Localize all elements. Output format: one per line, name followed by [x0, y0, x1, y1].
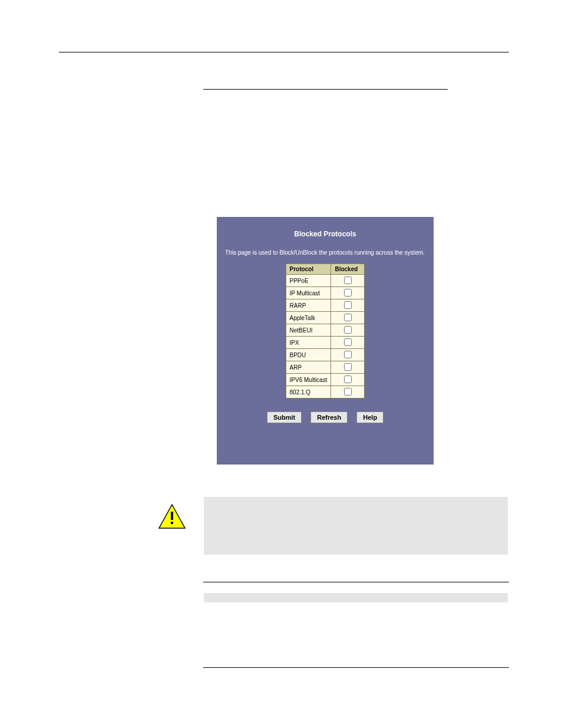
panel-title: Blocked Protocols	[217, 217, 434, 238]
table-row: 802.1.Q	[286, 386, 365, 398]
table-row: NetBEUI	[286, 324, 365, 337]
table-row: AppleTalk	[286, 312, 365, 324]
refresh-button[interactable]: Refresh	[310, 411, 348, 423]
table-row: BPDU	[286, 349, 365, 361]
blocked-protocols-panel: Blocked Protocols This page is used to B…	[217, 217, 434, 465]
info-box-lower	[204, 593, 508, 602]
protocol-table: Protocol Blocked PPPoE IP Multicast RARP…	[286, 263, 365, 398]
blocked-checkbox-rarp[interactable]	[344, 301, 352, 309]
blocked-checkbox-8021q[interactable]	[344, 388, 352, 396]
protocol-name: IPV6 Multicast	[286, 374, 331, 386]
table-row: ARP	[286, 361, 365, 374]
protocol-name: AppleTalk	[286, 312, 331, 324]
col-protocol: Protocol	[286, 264, 331, 275]
help-button[interactable]: Help	[356, 411, 384, 423]
blocked-checkbox-pppoe[interactable]	[344, 276, 352, 284]
blocked-checkbox-arp[interactable]	[344, 363, 352, 371]
protocol-name: IPX	[286, 337, 331, 349]
blocked-checkbox-appletalk[interactable]	[344, 314, 352, 321]
horizontal-rule-mid	[203, 582, 509, 582]
protocol-name: NetBEUI	[286, 324, 331, 337]
svg-rect-1	[171, 512, 173, 520]
panel-description: This page is used to Block/UnBlock the p…	[217, 238, 434, 256]
blocked-checkbox-ipx[interactable]	[344, 338, 352, 346]
table-row: RARP	[286, 299, 365, 312]
table-row: IP Multicast	[286, 287, 365, 299]
button-row: Submit Refresh Help	[217, 411, 434, 423]
horizontal-rule-top	[59, 52, 509, 52]
protocol-name: RARP	[286, 299, 331, 312]
info-box-upper	[204, 497, 508, 555]
blocked-checkbox-ipmulticast[interactable]	[344, 289, 352, 297]
protocol-name: ARP	[286, 361, 331, 374]
protocol-name: 802.1.Q	[286, 386, 331, 398]
horizontal-rule-upper	[203, 89, 448, 90]
protocol-name: BPDU	[286, 349, 331, 361]
submit-button[interactable]: Submit	[267, 411, 302, 423]
table-row: IPV6 Multicast	[286, 374, 365, 386]
blocked-checkbox-bpdu[interactable]	[344, 351, 352, 358]
table-row: IPX	[286, 337, 365, 349]
col-blocked: Blocked	[331, 264, 365, 275]
svg-rect-2	[171, 522, 173, 524]
blocked-checkbox-ipv6multicast[interactable]	[344, 375, 352, 383]
table-row: PPPoE	[286, 275, 365, 287]
table-header-row: Protocol Blocked	[286, 264, 365, 275]
warning-icon	[158, 503, 186, 532]
protocol-name: IP Multicast	[286, 287, 331, 299]
blocked-checkbox-netbeui[interactable]	[344, 326, 352, 334]
horizontal-rule-lower	[203, 667, 509, 668]
protocol-name: PPPoE	[286, 275, 331, 287]
